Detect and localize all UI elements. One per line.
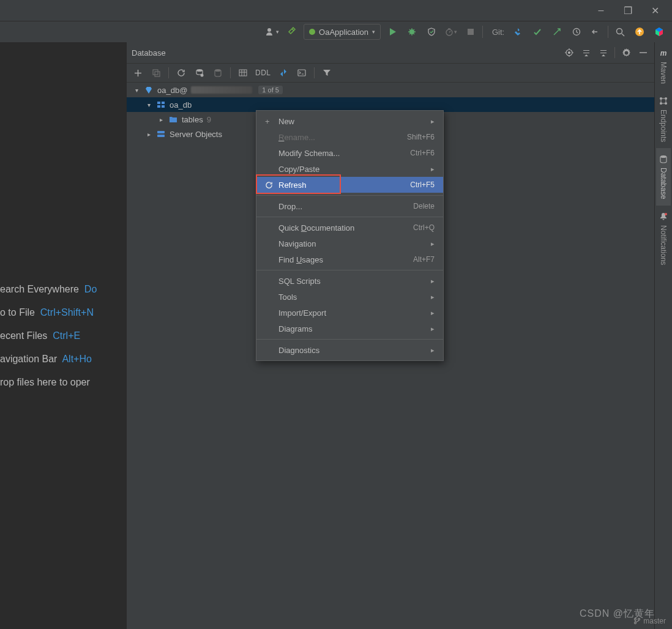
separator — [168, 67, 169, 78]
jetbrains-icon[interactable] — [651, 24, 667, 40]
hint-navigation-bar: avigation Bar Alt+Ho — [0, 354, 126, 365]
run-icon[interactable] — [384, 24, 400, 40]
menu-quick-doc[interactable]: Quick DocumentationCtrl+Q — [256, 220, 443, 236]
git-label: Git: — [490, 24, 506, 40]
add-icon[interactable] — [132, 67, 144, 79]
chevron-down-icon[interactable]: ▾ — [133, 87, 140, 94]
ddl-button[interactable]: DDL — [255, 67, 271, 79]
menu-tools[interactable]: Tools▸ — [256, 289, 443, 305]
server-objects-label: Server Objects — [170, 130, 222, 139]
svg-point-25 — [665, 102, 667, 105]
history-icon[interactable] — [569, 24, 584, 40]
svg-rect-14 — [239, 70, 247, 76]
svg-point-11 — [196, 69, 203, 72]
svg-point-0 — [267, 28, 271, 32]
menu-import-export[interactable]: Import/Export▸ — [256, 305, 443, 321]
svg-point-29 — [635, 622, 637, 624]
refresh-icon — [265, 181, 278, 189]
menu-separator — [256, 217, 443, 217]
run-config-label: OaApplication — [319, 28, 368, 37]
profiler-icon[interactable]: ▾ — [443, 24, 459, 40]
run-config-selector[interactable]: OaApplication ▾ — [304, 24, 381, 40]
svg-rect-15 — [298, 70, 305, 76]
hammer-icon[interactable] — [284, 24, 300, 40]
menu-separator — [256, 195, 443, 196]
window-close-button[interactable]: ✕ — [641, 0, 668, 21]
git-push-icon[interactable] — [549, 24, 565, 40]
menu-drop[interactable]: Drop...Delete — [256, 198, 443, 214]
rtab-endpoints[interactable]: Endpoints — [656, 90, 671, 148]
table-icon[interactable] — [237, 67, 249, 79]
menu-new[interactable]: +New▸ — [256, 113, 443, 129]
spring-boot-icon — [309, 29, 315, 35]
svg-point-13 — [215, 69, 221, 72]
context-menu: +New▸ Rename...Shift+F6 Modify Schema...… — [256, 110, 444, 361]
svg-point-24 — [660, 102, 662, 105]
rtab-database[interactable]: Database — [656, 148, 671, 205]
menu-find-usages[interactable]: Find UsagesAlt+F7 — [256, 251, 443, 267]
rollback-icon[interactable] — [588, 24, 604, 40]
svg-rect-21 — [157, 135, 165, 137]
expand-all-icon[interactable] — [580, 47, 592, 59]
rtab-notifications[interactable]: Notifications — [656, 206, 671, 271]
menu-separator — [256, 339, 443, 340]
svg-point-26 — [660, 155, 666, 158]
git-commit-icon[interactable] — [529, 24, 545, 40]
menu-refresh[interactable]: RefreshCtrl+F5 — [256, 177, 443, 193]
git-update-icon[interactable] — [510, 24, 526, 40]
datasource-label: oa_db@ — [157, 86, 187, 95]
separator — [230, 67, 231, 78]
target-icon[interactable] — [563, 47, 575, 59]
settings-icon[interactable] — [620, 47, 632, 59]
svg-rect-19 — [162, 105, 165, 108]
chevron-down-icon[interactable]: ▾ — [145, 102, 152, 108]
filter-icon[interactable] — [321, 67, 333, 79]
right-toolwindow-bar: mMaven Endpoints Database Notifications — [654, 42, 672, 629]
server-objects-icon — [156, 129, 166, 139]
hint-go-to-file: o to File Ctrl+Shift+N — [0, 307, 126, 318]
menu-rename[interactable]: Rename...Shift+F6 — [256, 129, 443, 145]
chevron-right-icon[interactable]: ▸ — [145, 131, 152, 138]
svg-rect-17 — [162, 102, 165, 104]
hint-drop-files: rop files here to oper — [0, 377, 126, 388]
svg-rect-20 — [157, 131, 165, 133]
folder-icon — [168, 114, 178, 124]
bell-icon — [659, 212, 668, 221]
svg-point-12 — [201, 74, 204, 77]
hide-icon[interactable] — [637, 47, 649, 59]
disconnect-icon[interactable] — [212, 67, 224, 79]
redacted-host — [191, 86, 252, 94]
chevron-right-icon[interactable]: ▸ — [157, 116, 165, 123]
menu-navigation[interactable]: Navigation▸ — [256, 236, 443, 251]
ide-updates-icon[interactable] — [632, 24, 648, 40]
menu-diagrams[interactable]: Diagrams▸ — [256, 321, 443, 337]
menu-copy-paste[interactable]: Copy/Paste▸ — [256, 161, 443, 177]
svg-point-27 — [665, 213, 667, 215]
rtab-maven[interactable]: mMaven — [656, 42, 671, 90]
separator — [482, 26, 483, 38]
stop-icon[interactable] — [463, 24, 479, 40]
debug-icon[interactable] — [404, 24, 420, 40]
collapse-all-icon[interactable] — [597, 47, 610, 59]
transpose-icon[interactable] — [277, 67, 289, 79]
menu-separator — [256, 270, 443, 270]
datasource-properties-icon[interactable] — [193, 67, 206, 79]
tree-datasource[interactable]: ▾ oa_db@ 1 of 5 — [127, 83, 654, 97]
svg-rect-9 — [153, 70, 158, 75]
plus-icon: + — [265, 117, 278, 126]
user-dropdown-icon[interactable]: ▾ — [264, 24, 280, 40]
endpoints-icon — [659, 96, 668, 106]
refresh-icon[interactable] — [175, 67, 187, 79]
search-icon[interactable] — [612, 24, 628, 40]
tables-label: tables — [182, 115, 203, 124]
menu-diagnostics[interactable]: Diagnostics▸ — [256, 342, 443, 358]
console-icon[interactable] — [296, 67, 308, 79]
datasource-icon — [144, 85, 154, 95]
duplicate-icon[interactable] — [150, 67, 162, 79]
window-minimize-button[interactable]: – — [588, 0, 614, 21]
coverage-icon[interactable] — [424, 24, 439, 40]
svg-point-23 — [665, 97, 667, 100]
menu-modify-schema[interactable]: Modify Schema...Ctrl+F6 — [256, 145, 443, 161]
menu-sql-scripts[interactable]: SQL Scripts▸ — [256, 273, 443, 289]
window-restore-button[interactable]: ❐ — [614, 0, 641, 21]
